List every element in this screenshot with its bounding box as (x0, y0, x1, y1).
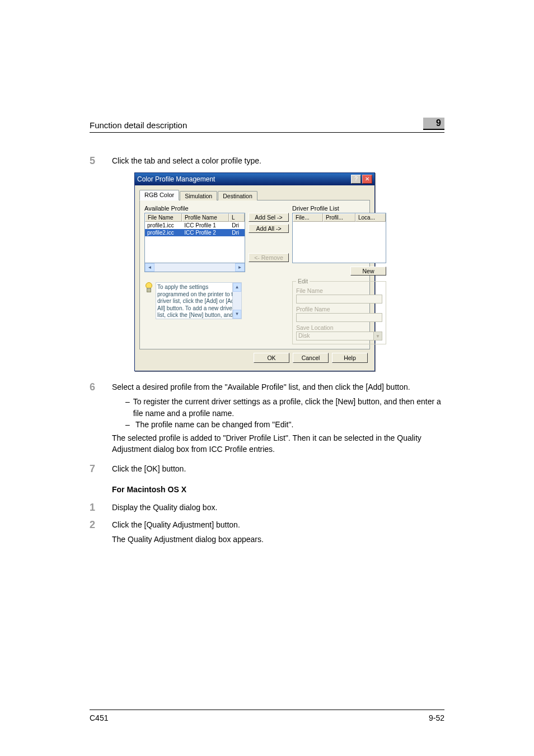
col-file-name[interactable]: File Name (145, 213, 182, 222)
driver-profile-list-label: Driver Profile List (292, 205, 386, 212)
ok-button[interactable]: OK (254, 353, 289, 363)
step-6-number: 6 (90, 381, 112, 455)
mac-step-2-text: Click the [Quality Adjustment] button. (112, 519, 264, 530)
step-5-number: 5 (90, 155, 112, 167)
cancel-button[interactable]: Cancel (293, 353, 329, 363)
driver-profile-list[interactable]: File... Profil... Loca... (292, 213, 386, 263)
col-profile[interactable]: Profil... (323, 213, 355, 222)
mac-step-1-text: Display the Quality dialog box. (112, 502, 217, 514)
mac-step-1-number: 1 (90, 502, 112, 514)
file-name-label: File Name (296, 287, 382, 294)
add-selected-button[interactable]: Add Sel -> (249, 213, 289, 222)
tab-simulation[interactable]: Simulation (180, 191, 217, 200)
scroll-down-icon[interactable]: ▼ (233, 310, 241, 319)
mac-section-heading: For Macintosh OS X (112, 485, 444, 494)
tab-destination[interactable]: Destination (218, 191, 257, 200)
step-6-after: The selected profile is added to "Driver… (112, 432, 444, 455)
edit-group: Edit File Name Profile Name Save Locatio… (292, 281, 386, 344)
footer-page: 9-52 (429, 713, 444, 722)
help-button[interactable]: Help (332, 353, 368, 363)
dialog-title: Color Profile Management (137, 175, 215, 183)
col-loca[interactable]: Loca... (355, 213, 386, 222)
dialog-close-button[interactable]: ✕ (362, 175, 372, 184)
list-row[interactable]: profile1.icc ICC Profile 1 Dri (145, 222, 245, 229)
step-6-text: Select a desired profile from the "Avail… (112, 381, 444, 393)
list-row[interactable]: profile2.icc ICC Profile 2 Dri (145, 229, 245, 236)
page-header-title: Function detail description (90, 120, 187, 130)
edit-group-title: Edit (296, 278, 310, 284)
add-all-button[interactable]: Add All -> (249, 224, 289, 233)
col-location[interactable]: L (229, 213, 245, 222)
chapter-number-badge: 9 (423, 118, 444, 130)
file-name-field[interactable] (296, 295, 382, 304)
step-6-bullet-1: To register the current driver settings … (133, 396, 444, 419)
col-profile-name[interactable]: Profile Name (182, 213, 229, 222)
color-profile-management-dialog: Color Profile Management ? ✕ RGB Color S… (134, 172, 444, 371)
profile-name-field[interactable] (296, 313, 382, 322)
scroll-up-icon[interactable]: ▲ (233, 283, 241, 292)
available-profile-list[interactable]: File Name Profile Name L profile1.icc IC… (144, 213, 245, 263)
profile-name-label: Profile Name (296, 306, 382, 312)
mac-step-2-number: 2 (90, 519, 112, 545)
save-location-label: Save Location (296, 324, 382, 331)
lightbulb-icon (144, 282, 152, 293)
col-file[interactable]: File... (293, 213, 323, 222)
chevron-down-icon[interactable]: ▼ (374, 332, 382, 340)
dialog-help-button[interactable]: ? (351, 175, 361, 184)
step-7-text: Click the [OK] button. (112, 463, 186, 475)
available-profile-label: Available Profile (144, 205, 245, 212)
tab-rgb-color[interactable]: RGB Color (139, 190, 179, 200)
scroll-right-icon[interactable]: ► (235, 263, 245, 272)
remove-button[interactable]: <- Remove (249, 253, 289, 262)
available-profile-scrollbar[interactable]: ◄ ► (144, 263, 245, 272)
step-6-bullet-2: The profile name can be changed from "Ed… (135, 419, 293, 430)
mac-step-2-after: The Quality Adjustment dialog box appear… (112, 534, 264, 545)
step-7-number: 7 (90, 463, 112, 475)
scroll-left-icon[interactable]: ◄ (145, 263, 154, 272)
save-location-select[interactable]: Disk ▼ (296, 332, 382, 340)
footer-model: C451 (90, 713, 108, 722)
tip-scrollbar[interactable]: ▲ ▼ (232, 283, 241, 319)
new-button[interactable]: New (350, 267, 386, 276)
tip-text: To apply the settings programmed on the … (156, 282, 242, 319)
step-5-text: Click the tab and select a color profile… (112, 155, 261, 167)
